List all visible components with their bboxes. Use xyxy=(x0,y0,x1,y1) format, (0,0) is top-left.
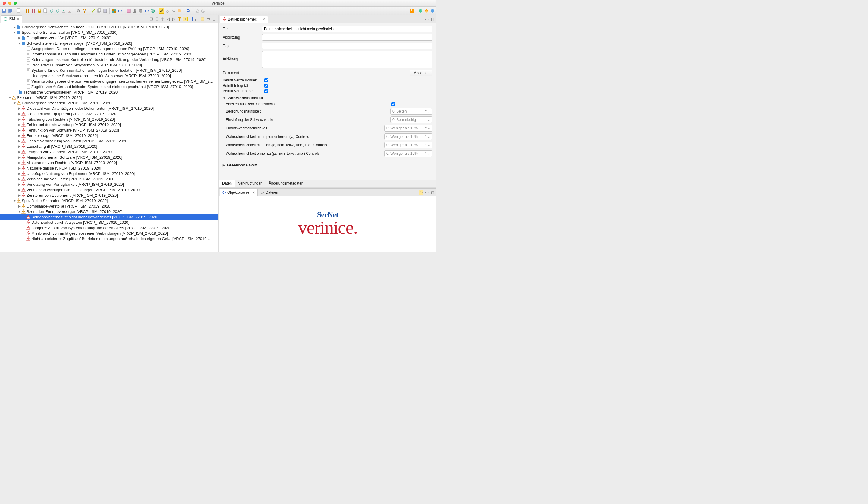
c1-checkbox[interactable] xyxy=(264,78,268,82)
tree-node[interactable]: ▶Compliance-Verstöße [VRCP_ISM_27019_202… xyxy=(0,203,218,209)
maximize-view-icon[interactable]: ◻ xyxy=(430,190,435,195)
bt-verknuepfungen[interactable]: Verknüpfungen xyxy=(235,180,266,187)
tree-node[interactable]: ▼Grundlegende Szenarien [VRCP_ISM_27019_… xyxy=(0,100,218,105)
link-sync-icon[interactable] xyxy=(183,17,188,21)
book-icon[interactable] xyxy=(126,8,132,13)
tree-view[interactable]: ▶Grundlegende Schwachstellen nach ISO/IE… xyxy=(0,23,218,252)
tree-node[interactable]: Unangemessene Schutzvorkehrungen für Web… xyxy=(0,73,218,78)
tree-node[interactable]: ▶Naturereignisse [VRCP_ISM_27019_2020] xyxy=(0,165,218,171)
titel-input[interactable] xyxy=(262,26,433,32)
tab-editor[interactable]: Betriebssicherheit ... ✕ xyxy=(220,16,268,23)
edit-icon[interactable] xyxy=(159,8,164,13)
tree-node[interactable]: ▶Manipulationen an Software [VRCP_ISM_27… xyxy=(0,154,218,160)
abk-input[interactable] xyxy=(262,34,433,41)
catalog-icon[interactable] xyxy=(25,8,30,13)
bt-daten[interactable]: Daten xyxy=(219,180,235,187)
tab-objektbrowser[interactable]: Objektbrowser ✕ xyxy=(220,189,258,196)
tree-node[interactable]: ▼Schwachstellen Energieversorger [VRCP_I… xyxy=(0,40,218,46)
doc-icon[interactable] xyxy=(16,8,21,13)
expand-icon[interactable]: ⊞ xyxy=(148,17,153,21)
tree-node[interactable]: ▶Lauschangriff [VRCP_ISM_27019_2020] xyxy=(0,143,218,149)
globe-icon[interactable] xyxy=(150,8,156,13)
tree-node[interactable]: ▶Verlust von wichtigen Dienstleistungen … xyxy=(0,187,218,192)
report-icon[interactable] xyxy=(43,8,48,13)
tree-node[interactable]: Produktiver Einsatz von Altsystemen [VRC… xyxy=(0,62,218,68)
tree-node[interactable]: ▶Verfälschung von Daten [VRCP_ISM_27019_… xyxy=(0,176,218,182)
perspective-icon[interactable] xyxy=(409,8,414,13)
r5-select[interactable]: 0: Weniger als 10%⌃⌄ xyxy=(384,142,433,148)
attach-icon[interactable] xyxy=(165,8,170,13)
r3-select[interactable]: 0: Weniger als 10%⌃⌄ xyxy=(384,125,433,131)
erkl-textarea[interactable] xyxy=(262,51,433,68)
link-sync-icon[interactable]: ⇆ xyxy=(418,190,423,195)
tree-node[interactable]: Zugriffe von Außen auf kritische Systeme… xyxy=(0,84,218,89)
tree-node-selected[interactable]: Betriebssicherheit ist nicht mehr gewähr… xyxy=(0,214,218,220)
lock-icon[interactable] xyxy=(37,8,42,13)
save-icon[interactable] xyxy=(1,8,7,13)
collapse-icon[interactable]: ⊟ xyxy=(154,17,159,21)
tree-node[interactable]: ▼Szenarien Energieversorger [VRCP_ISM_27… xyxy=(0,209,218,214)
close-icon[interactable]: ✕ xyxy=(252,191,255,194)
tree-node[interactable]: Keine angemessenen Kontrollen für besteh… xyxy=(0,57,218,62)
r6-select[interactable]: 0: Weniger als 10%⌃⌄ xyxy=(384,150,433,157)
filter-icon[interactable] xyxy=(177,17,182,21)
grid-icon[interactable] xyxy=(111,8,117,13)
gear-icon[interactable] xyxy=(76,8,81,13)
tree-node[interactable]: ▶Unbefugte Nutzung von Equipment [VRCP_I… xyxy=(0,171,218,176)
close-icon[interactable]: ✕ xyxy=(262,18,265,21)
dok-change-button[interactable]: Ändern... xyxy=(410,70,433,76)
search-icon[interactable] xyxy=(186,8,191,13)
tree-node[interactable]: Missbrauch von nicht geschlossenen Verbi… xyxy=(0,230,218,236)
tree-node[interactable]: ▶Diebstahl von Datenträgern oder Dokumen… xyxy=(0,105,218,111)
abl-checkbox[interactable] xyxy=(391,102,395,106)
tree-node[interactable]: ▶Fehler bei der Verwendung [VRCP_ISM_270… xyxy=(0,122,218,127)
tab-ism[interactable]: ISM ✕ xyxy=(1,16,22,23)
note-icon[interactable] xyxy=(200,17,205,21)
import-icon[interactable] xyxy=(61,8,66,13)
r4-select[interactable]: 0: Weniger als 10%⌃⌄ xyxy=(384,133,433,140)
c3-checkbox[interactable] xyxy=(264,89,268,93)
tree-node[interactable]: Datenverlust durch Altsystem [VRCP_ISM_2… xyxy=(0,220,218,225)
maximize-view-icon[interactable]: ◻ xyxy=(211,17,216,21)
tree-node[interactable]: ▶Leugnen von Aktionen [VRCP_ISM_27019_20… xyxy=(0,149,218,154)
refresh-icon[interactable] xyxy=(49,8,54,13)
redo-icon[interactable] xyxy=(200,8,206,13)
chart2-icon[interactable] xyxy=(194,17,199,21)
tree-node[interactable]: ▼Spezifische Schwachstellen [VRCP_ISM_27… xyxy=(0,30,218,35)
undo-icon[interactable] xyxy=(194,8,200,13)
persp-shield2-icon[interactable] xyxy=(430,8,435,13)
tree-icon[interactable] xyxy=(82,8,87,13)
minimize-view-icon[interactable]: ▭ xyxy=(206,17,211,21)
tree-node[interactable]: ▼Spezifische Szenarien [VRCP_ISM_27019_2… xyxy=(0,198,218,203)
tree-node[interactable]: ▶Diebstahl von Equipment [VRCP_ISM_27019… xyxy=(0,111,218,117)
c2-checkbox[interactable] xyxy=(264,84,268,88)
paste-icon[interactable] xyxy=(103,8,108,13)
persp-stack-icon[interactable] xyxy=(424,8,429,13)
home-icon[interactable] xyxy=(160,17,165,21)
reload-icon[interactable] xyxy=(55,8,60,13)
link-icon[interactable] xyxy=(171,8,176,13)
fwd-icon[interactable]: ▷ xyxy=(172,17,176,21)
back-icon[interactable]: ◁ xyxy=(166,17,170,21)
tree-node[interactable]: Technische Schwachstellen [VRCP_ISM_2701… xyxy=(0,89,218,95)
tree-node[interactable]: ▶Fehlfunktion von Software [VRCP_ISM_270… xyxy=(0,127,218,133)
tree-node[interactable]: ▶Missbrauch von Rechten [VRCP_ISM_27019_… xyxy=(0,160,218,165)
tree-node[interactable]: Nicht autorisierter Zugriff auf Betriebs… xyxy=(0,236,218,241)
tab-dateien[interactable]: Dateien xyxy=(258,189,280,196)
tree-node[interactable]: Ausgegebene Daten unterliegen keiner ang… xyxy=(0,46,218,51)
tree-node[interactable]: ▶Illegale Verarbeitung von Daten [VRCP_I… xyxy=(0,138,218,143)
r1-select[interactable]: 0: Selten⌃⌄ xyxy=(390,108,433,114)
code-icon[interactable] xyxy=(117,8,123,13)
tree-node[interactable]: Längerer Ausfall von Systemen aufgrund d… xyxy=(0,225,218,230)
tree-node[interactable]: ▶Verletzung von Verfügbarkeit [VRCP_ISM_… xyxy=(0,182,218,187)
save-all-icon[interactable] xyxy=(7,8,13,13)
minimize-view-icon[interactable]: ▭ xyxy=(424,190,429,195)
tree-node[interactable]: Systeme für die Kommunikation unterliege… xyxy=(0,68,218,73)
close-icon[interactable]: ✕ xyxy=(17,17,20,21)
section-greenbone[interactable]: ▶ Greenbone GSM xyxy=(223,163,433,168)
catalog2-icon[interactable] xyxy=(31,8,36,13)
tree-node[interactable]: ▶Grundlegende Schwachstellen nach ISO/IE… xyxy=(0,24,218,30)
bt-aenderungsmetadaten[interactable]: Änderungsmetadaten xyxy=(266,180,307,187)
persp-shield-icon[interactable] xyxy=(418,8,423,13)
r2-select[interactable]: 0: Sehr niedrig⌃⌄ xyxy=(390,117,433,123)
